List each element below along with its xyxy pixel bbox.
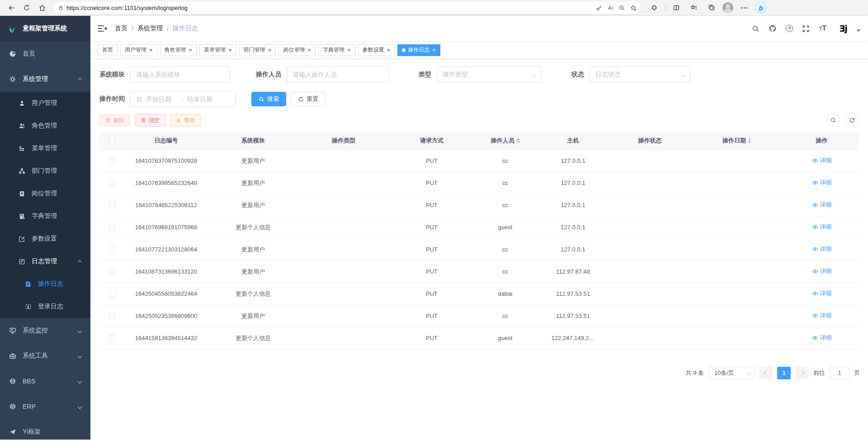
tab-dept[interactable]: 部门管理× bbox=[239, 44, 276, 56]
read-aloud-icon[interactable] bbox=[607, 5, 614, 11]
detail-link[interactable]: 详细 bbox=[812, 223, 832, 231]
split-screen-icon[interactable] bbox=[670, 1, 683, 14]
table-refresh-button[interactable] bbox=[845, 114, 859, 127]
favorites-bar-icon[interactable] bbox=[687, 1, 701, 14]
detail-link[interactable]: 详细 bbox=[812, 201, 832, 209]
close-icon[interactable]: × bbox=[228, 47, 232, 53]
goto-page-input[interactable] bbox=[830, 367, 849, 379]
sidebar-item-operlog[interactable]: 操作日志 bbox=[0, 273, 90, 295]
search-button[interactable]: 搜索 bbox=[251, 92, 286, 106]
date-start-input[interactable] bbox=[146, 95, 178, 103]
row-checkbox[interactable] bbox=[109, 335, 115, 341]
sidebar-item-bbs[interactable]: BBS bbox=[0, 369, 90, 394]
sidebar-item-dict[interactable]: 字典管理 bbox=[0, 205, 90, 227]
close-icon[interactable]: × bbox=[432, 47, 436, 53]
detail-link[interactable]: 详细 bbox=[812, 289, 832, 298]
collections-icon[interactable] bbox=[705, 1, 718, 14]
col-operator[interactable]: 操作人员 bbox=[475, 132, 536, 150]
clear-button[interactable]: 清空 bbox=[135, 114, 165, 127]
row-checkbox[interactable] bbox=[109, 313, 115, 319]
row-checkbox[interactable] bbox=[109, 180, 115, 186]
row-checkbox[interactable] bbox=[109, 246, 115, 253]
sidebar-item-monitor[interactable]: 系统监控 bbox=[0, 318, 90, 343]
row-checkbox[interactable] bbox=[109, 291, 115, 297]
sidebar-item-dept[interactable]: 部门管理 bbox=[0, 160, 90, 182]
address-bar[interactable]: https://ccnetcore.com:1101/system/log/op… bbox=[53, 2, 641, 14]
sidebar-item-tools[interactable]: 系统工具 bbox=[0, 343, 90, 369]
page-size-select[interactable]: 10条/页 bbox=[708, 367, 755, 379]
select-all-checkbox[interactable] bbox=[109, 138, 115, 144]
password-key-icon[interactable] bbox=[596, 5, 603, 11]
close-icon[interactable]: × bbox=[268, 47, 272, 53]
tab-operlog-active[interactable]: 操作日志× bbox=[397, 44, 440, 56]
zoom-out-icon[interactable] bbox=[618, 5, 625, 11]
close-icon[interactable]: × bbox=[347, 47, 351, 53]
breadcrumb-system[interactable]: 系统管理 bbox=[137, 24, 163, 33]
fullscreen-icon[interactable] bbox=[802, 25, 810, 33]
breadcrumb-home[interactable]: 首页 bbox=[115, 24, 127, 33]
detail-link[interactable]: 详细 bbox=[812, 179, 832, 187]
sidebar-item-loginlog[interactable]: 登录日志 bbox=[0, 295, 90, 318]
prev-page-button[interactable] bbox=[759, 367, 773, 379]
sidebar-item-log[interactable]: 日志管理 bbox=[0, 250, 90, 273]
close-icon[interactable]: × bbox=[307, 47, 311, 53]
close-icon[interactable]: × bbox=[387, 47, 391, 53]
sidebar-item-menu[interactable]: 菜单管理 bbox=[0, 137, 90, 160]
github-icon[interactable] bbox=[769, 24, 777, 33]
sidebar-item-user[interactable]: 用户管理 bbox=[0, 92, 90, 114]
close-icon[interactable]: × bbox=[149, 47, 153, 53]
col-date[interactable]: 操作日期 bbox=[689, 132, 784, 150]
tab-user[interactable]: 用户管理× bbox=[120, 44, 157, 56]
tab-menu[interactable]: 菜单管理× bbox=[199, 44, 236, 56]
date-end-input[interactable] bbox=[187, 95, 219, 103]
next-page-button[interactable] bbox=[795, 367, 809, 379]
search-icon[interactable] bbox=[752, 25, 760, 33]
extensions-icon[interactable] bbox=[647, 1, 661, 14]
row-checkbox[interactable] bbox=[109, 224, 115, 231]
delete-button[interactable]: 删除 bbox=[99, 114, 130, 127]
sidebar-item-param[interactable]: 参数设置 bbox=[0, 227, 90, 250]
sidebar-item-home[interactable]: 首页 bbox=[0, 41, 90, 66]
refresh-icon[interactable] bbox=[20, 1, 33, 14]
sidebar-item-erp[interactable]: ERP bbox=[0, 394, 90, 419]
detail-link[interactable]: 详细 bbox=[812, 334, 832, 342]
tab-dict[interactable]: 字典管理× bbox=[318, 44, 355, 56]
sidebar-item-post[interactable]: 岗位管理 bbox=[0, 182, 90, 205]
detail-link[interactable]: 详细 bbox=[812, 267, 832, 275]
tab-param[interactable]: 参数设置× bbox=[358, 44, 395, 56]
module-input[interactable] bbox=[136, 71, 224, 78]
user-avatar-logo[interactable]: Ǝj bbox=[835, 21, 851, 36]
url-text[interactable]: https://ccnetcore.com:1101/system/log/op… bbox=[66, 5, 596, 11]
table-search-toggle-button[interactable] bbox=[826, 114, 840, 127]
sidebar-item-system[interactable]: 系统管理 bbox=[0, 66, 90, 92]
reset-button[interactable]: 重置 bbox=[291, 92, 326, 106]
row-checkbox[interactable] bbox=[109, 202, 115, 208]
date-range-input[interactable]: - bbox=[130, 91, 236, 107]
tab-post[interactable]: 岗位管理× bbox=[278, 44, 316, 56]
home-icon[interactable] bbox=[35, 1, 49, 14]
export-button[interactable]: 导出 bbox=[170, 114, 201, 127]
tab-home[interactable]: 首页 bbox=[98, 44, 118, 56]
back-icon[interactable] bbox=[5, 1, 18, 14]
operator-input[interactable] bbox=[292, 71, 383, 78]
detail-link[interactable]: 详细 bbox=[812, 156, 832, 165]
status-select[interactable]: 日志状态 bbox=[590, 66, 691, 83]
close-icon[interactable]: × bbox=[189, 47, 193, 53]
detail-link[interactable]: 详细 bbox=[812, 245, 832, 253]
copilot-bing-icon[interactable]: b bbox=[755, 2, 767, 14]
row-checkbox[interactable] bbox=[109, 158, 115, 164]
detail-link[interactable]: 详细 bbox=[812, 312, 832, 320]
tab-role[interactable]: 角色管理× bbox=[160, 44, 197, 56]
favorite-add-icon[interactable] bbox=[630, 5, 637, 11]
sidebar-collapse-icon[interactable] bbox=[98, 25, 107, 32]
page-1-button[interactable]: 1 bbox=[777, 367, 791, 379]
sidebar-item-yi[interactable]: Yi框架 bbox=[0, 419, 90, 440]
font-size-icon[interactable]: TT bbox=[819, 24, 826, 33]
help-icon[interactable]: ? bbox=[786, 25, 793, 32]
more-menu-icon[interactable] bbox=[737, 1, 751, 14]
profile-avatar[interactable] bbox=[722, 2, 733, 13]
sidebar-item-role[interactable]: 角色管理 bbox=[0, 114, 90, 137]
row-checkbox[interactable] bbox=[109, 269, 115, 275]
avatar-dropdown-caret[interactable] bbox=[856, 29, 861, 32]
type-select[interactable]: 操作类型 bbox=[437, 66, 542, 83]
